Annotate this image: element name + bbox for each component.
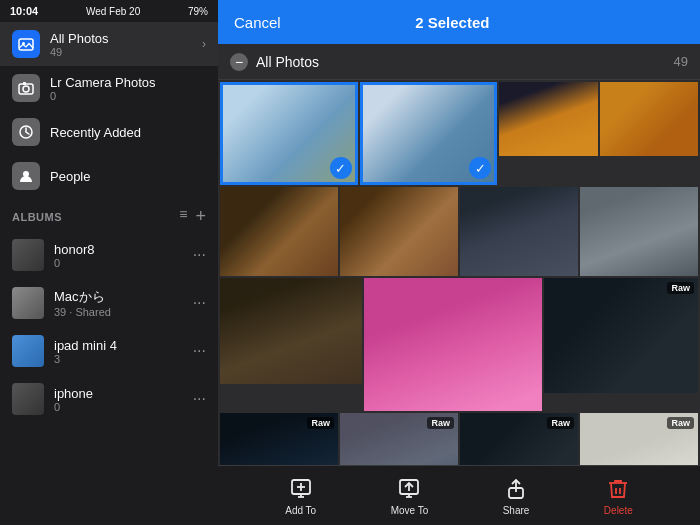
status-bar: 10:04 Wed Feb 20 79% <box>0 0 218 22</box>
delete-label: Delete <box>604 505 633 516</box>
selected-count: 2 Selected <box>415 14 489 31</box>
photo-ducks[interactable] <box>220 278 362 411</box>
photo-grid: ✓ ✓ <box>218 80 700 465</box>
share-icon <box>503 476 529 502</box>
iphone-count: 0 <box>54 401 183 413</box>
grid-row-4: Raw Raw Raw Raw <box>220 413 698 465</box>
svg-point-3 <box>23 86 29 92</box>
album-header-count: 49 <box>674 54 688 69</box>
grid-row-2 <box>220 187 698 276</box>
sidebar-item-people[interactable]: People <box>0 154 218 198</box>
iphone-thumb <box>12 383 44 415</box>
albums-actions: ≡ + <box>179 206 206 227</box>
honor8-thumb <box>12 239 44 271</box>
lr-camera-text: Lr Camera Photos 0 <box>50 75 206 102</box>
grid-row-3: Raw <box>220 278 698 411</box>
sidebar-item-mac[interactable]: Macから 39 · Shared ··· <box>0 279 218 327</box>
photo-cups[interactable] <box>340 187 458 276</box>
photo-dishes[interactable] <box>220 187 338 276</box>
photo-raw-tree[interactable]: Raw <box>220 413 338 465</box>
share-button[interactable]: Share <box>503 476 530 516</box>
svg-rect-4 <box>23 82 26 85</box>
sidebar: 10:04 Wed Feb 20 79% All Photos 49 › <box>0 0 218 525</box>
battery-percent: 79% <box>188 6 208 17</box>
raw-badge-1: Raw <box>667 282 694 294</box>
lr-camera-label: Lr Camera Photos <box>50 75 206 90</box>
sidebar-item-iphone[interactable]: iphone 0 ··· <box>0 375 218 423</box>
mac-count: 39 · Shared <box>54 306 183 318</box>
mac-text: Macから 39 · Shared <box>54 288 183 318</box>
add-to-icon <box>288 476 314 502</box>
recently-added-text: Recently Added <box>50 125 206 140</box>
ipad-thumb <box>12 335 44 367</box>
iphone-more-icon[interactable]: ··· <box>193 390 206 408</box>
sidebar-item-ipad[interactable]: ipad mini 4 3 ··· <box>0 327 218 375</box>
svg-rect-0 <box>19 39 33 50</box>
photo-raw-dark[interactable]: Raw <box>544 278 698 411</box>
photo-cat-laptop[interactable]: ✓ <box>220 82 358 185</box>
status-icons: Wed Feb 20 <box>86 6 140 17</box>
photo-raw-dark2[interactable]: Raw <box>460 413 578 465</box>
sidebar-item-honor8[interactable]: honor8 0 ··· <box>0 231 218 279</box>
honor8-text: honor8 0 <box>54 242 183 269</box>
grid-row-1: ✓ ✓ <box>220 82 698 185</box>
albums-section-header: ALBUMS ≡ + <box>0 198 218 231</box>
photo-camera-bag[interactable] <box>600 82 698 185</box>
sidebar-item-recently-added[interactable]: Recently Added <box>0 110 218 154</box>
photo-birds-fence[interactable] <box>460 187 578 276</box>
share-label: Share <box>503 505 530 516</box>
mac-label: Macから <box>54 288 183 306</box>
photo-orange-bag[interactable] <box>499 82 597 185</box>
raw-badge-2: Raw <box>307 417 334 429</box>
raw-badge-3: Raw <box>427 417 454 429</box>
iphone-label: iphone <box>54 386 183 401</box>
albums-title: ALBUMS <box>12 211 62 223</box>
sidebar-item-lr-camera[interactable]: Lr Camera Photos 0 <box>0 66 218 110</box>
album-header-title: All Photos <box>256 54 319 70</box>
move-to-label: Move To <box>391 505 429 516</box>
people-text: People <box>50 169 206 184</box>
recently-added-label: Recently Added <box>50 125 206 140</box>
photo-raw-fence[interactable]: Raw <box>340 413 458 465</box>
all-photos-icon <box>12 30 40 58</box>
ipad-count: 3 <box>54 353 183 365</box>
honor8-more-icon[interactable]: ··· <box>193 246 206 264</box>
people-label: People <box>50 169 206 184</box>
all-photos-chevron: › <box>202 37 206 51</box>
all-photos-text: All Photos 49 <box>50 31 192 58</box>
raw-badge-5: Raw <box>667 417 694 429</box>
move-to-button[interactable]: Move To <box>391 476 429 516</box>
people-icon <box>12 162 40 190</box>
add-to-button[interactable]: Add To <box>285 476 316 516</box>
check-cat-laptop: ✓ <box>330 157 352 179</box>
iphone-text: iphone 0 <box>54 386 183 413</box>
honor8-count: 0 <box>54 257 183 269</box>
date-label: Wed Feb 20 <box>86 6 140 17</box>
cancel-button[interactable]: Cancel <box>234 14 281 31</box>
ipad-more-icon[interactable]: ··· <box>193 342 206 360</box>
bottom-toolbar: Add To Move To <box>218 465 700 525</box>
all-photos-count: 49 <box>50 46 192 58</box>
top-bar: Cancel 2 Selected <box>218 0 700 44</box>
mac-more-icon[interactable]: ··· <box>193 294 206 312</box>
mac-thumb <box>12 287 44 319</box>
album-header: − All Photos 49 <box>218 44 700 80</box>
photo-cherry[interactable] <box>364 278 542 411</box>
add-to-label: Add To <box>285 505 316 516</box>
all-photos-label: All Photos <box>50 31 192 46</box>
reorder-icon[interactable]: ≡ <box>179 206 187 227</box>
photo-laptop2[interactable]: ✓ <box>360 82 498 185</box>
delete-button[interactable]: Delete <box>604 476 633 516</box>
photo-raw-bird[interactable]: Raw <box>580 413 698 465</box>
sidebar-item-all-photos[interactable]: All Photos 49 › <box>0 22 218 66</box>
main-content: Cancel 2 Selected − All Photos 49 ✓ <box>218 0 700 525</box>
raw-badge-4: Raw <box>547 417 574 429</box>
add-album-icon[interactable]: + <box>195 206 206 227</box>
lr-camera-icon <box>12 74 40 102</box>
lr-camera-count: 0 <box>50 90 206 102</box>
photo-birds-fly[interactable] <box>580 187 698 276</box>
recently-added-icon <box>12 118 40 146</box>
minus-button[interactable]: − <box>230 53 248 71</box>
battery-icon: 79% <box>188 6 208 17</box>
delete-icon <box>605 476 631 502</box>
